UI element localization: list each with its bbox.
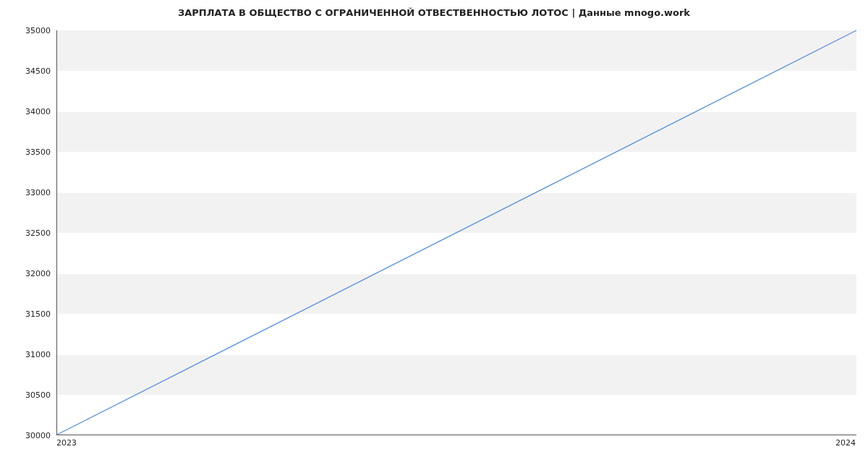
y-tick-label: 32000 — [7, 269, 51, 278]
y-tick-label: 33500 — [7, 148, 51, 157]
y-tick-label: 32500 — [7, 228, 51, 238]
y-tick-label: 30000 — [7, 431, 51, 440]
x-tick-label: 2024 — [835, 438, 856, 448]
plot-area — [56, 30, 856, 435]
y-tick-label: 34000 — [7, 107, 51, 116]
y-tick-label: 33000 — [7, 188, 51, 197]
y-tick-label: 31500 — [7, 309, 51, 319]
y-tick-label: 31000 — [7, 350, 51, 359]
y-tick-label: 34500 — [7, 67, 51, 76]
x-tick-label: 2023 — [56, 438, 77, 448]
chart-container: ЗАРПЛАТА В ОБЩЕСТВО С ОГРАНИЧЕННОЙ ОТВЕС… — [0, 0, 868, 470]
chart-title: ЗАРПЛАТА В ОБЩЕСТВО С ОГРАНИЧЕННОЙ ОТВЕС… — [0, 7, 868, 18]
series-line — [57, 30, 856, 435]
y-tick-label: 35000 — [7, 26, 51, 35]
y-tick-label: 30500 — [7, 390, 51, 400]
line-layer — [57, 30, 856, 435]
